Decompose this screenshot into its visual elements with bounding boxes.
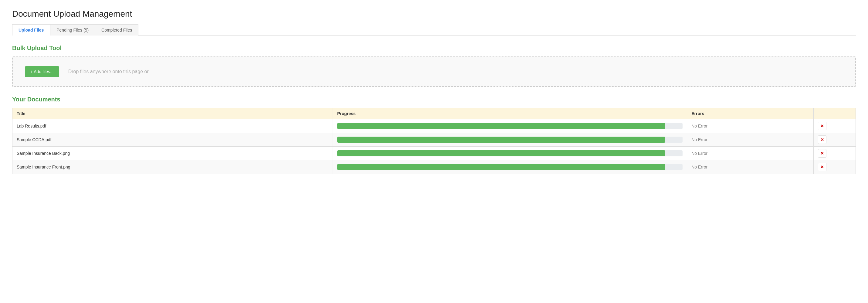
documents-table: Title Progress Errors Lab Results.pdf No… (12, 108, 856, 174)
cell-action: ✕ (814, 160, 856, 174)
add-files-button[interactable]: + Add files... (25, 66, 59, 77)
cell-errors: No Error (687, 147, 814, 160)
cell-action: ✕ (814, 147, 856, 160)
cell-progress (333, 147, 687, 160)
cell-progress (333, 160, 687, 174)
progress-bar-container (337, 164, 683, 170)
col-header-title: Title (12, 108, 333, 119)
progress-bar-fill (337, 164, 665, 170)
cell-errors: No Error (687, 119, 814, 133)
delete-button[interactable]: ✕ (818, 135, 827, 144)
tab-upload[interactable]: Upload Files (12, 24, 50, 35)
delete-button[interactable]: ✕ (818, 163, 827, 171)
page-title: Document Upload Management (12, 9, 856, 19)
error-text: No Error (691, 137, 708, 142)
drop-zone: + Add files... Drop files anywhere onto … (12, 57, 856, 87)
table-header-row: Title Progress Errors (12, 108, 856, 119)
documents-title: Your Documents (12, 96, 856, 103)
cell-title: Lab Results.pdf (12, 119, 333, 133)
progress-bar-container (337, 137, 683, 143)
col-header-errors: Errors (687, 108, 814, 119)
progress-bar-container (337, 123, 683, 129)
cell-action: ✕ (814, 119, 856, 133)
cell-action: ✕ (814, 133, 856, 147)
error-text: No Error (691, 151, 708, 156)
progress-bar-fill (337, 150, 665, 156)
bulk-upload-title: Bulk Upload Tool (12, 44, 856, 52)
table-row: Sample CCDA.pdf No Error ✕ (12, 133, 856, 147)
table-row: Sample Insurance Back.png No Error ✕ (12, 147, 856, 160)
col-header-action (814, 108, 856, 119)
table-row: Sample Insurance Front.png No Error ✕ (12, 160, 856, 174)
cell-errors: No Error (687, 160, 814, 174)
drop-zone-text: Drop files anywhere onto this page or (68, 69, 149, 74)
cell-title: Sample CCDA.pdf (12, 133, 333, 147)
cell-errors: No Error (687, 133, 814, 147)
progress-bar-container (337, 150, 683, 156)
error-text: No Error (691, 124, 708, 128)
col-header-progress: Progress (333, 108, 687, 119)
progress-bar-fill (337, 123, 665, 129)
error-text: No Error (691, 164, 708, 170)
cell-progress (333, 119, 687, 133)
cell-title: Sample Insurance Back.png (12, 147, 333, 160)
cell-title: Sample Insurance Front.png (12, 160, 333, 174)
tab-pending[interactable]: Pending Files (5) (50, 24, 95, 35)
table-row: Lab Results.pdf No Error ✕ (12, 119, 856, 133)
delete-button[interactable]: ✕ (818, 149, 827, 158)
cell-progress (333, 133, 687, 147)
tabs-container: Upload Files Pending Files (5) Completed… (12, 24, 856, 35)
tab-completed[interactable]: Completed Files (95, 24, 138, 35)
progress-bar-fill (337, 137, 665, 143)
delete-button[interactable]: ✕ (818, 122, 827, 130)
